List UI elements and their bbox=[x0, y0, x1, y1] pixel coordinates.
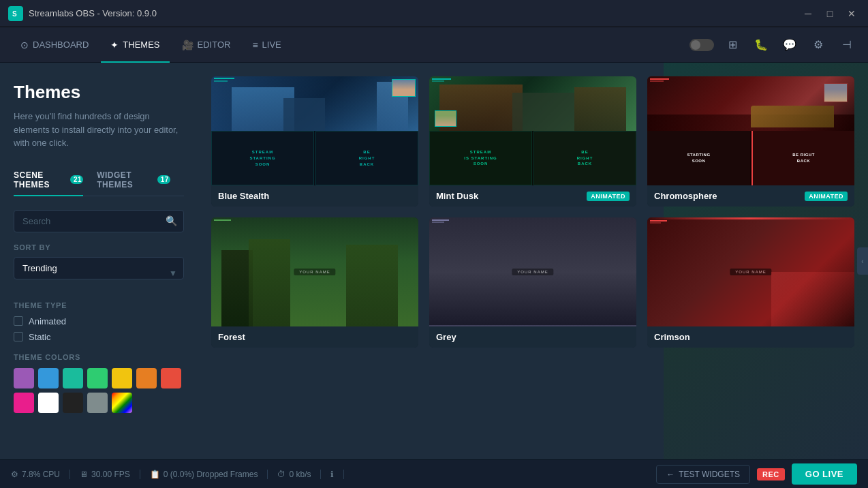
tab-widget-themes[interactable]: WIDGET THEMES 17 bbox=[97, 165, 170, 196]
info-icon: ℹ bbox=[330, 470, 334, 479]
nav-editor[interactable]: 🎥 EDITOR bbox=[172, 34, 241, 56]
cpu-icon: ⚙ bbox=[11, 470, 18, 479]
status-right-controls: ← TEST WIDGETS REC GO LIVE bbox=[656, 463, 857, 485]
grid-view-button[interactable]: ⊞ bbox=[722, 35, 743, 55]
sort-select-wrapper: Trending Newest Most Popular ▼ bbox=[14, 257, 184, 290]
app-icon: S bbox=[8, 6, 23, 21]
theme-tabs: SCENE THEMES 21 WIDGET THEMES 17 bbox=[14, 165, 184, 196]
sidebar-collapse-button[interactable]: ‹ bbox=[857, 247, 868, 275]
app-title: Streamlabs OBS - Version: 0.9.0 bbox=[29, 8, 800, 18]
static-checkbox-item[interactable]: Static bbox=[14, 332, 184, 342]
nav-themes[interactable]: ✦ THEMES bbox=[101, 34, 169, 56]
search-input[interactable] bbox=[14, 210, 184, 232]
mint-dusk-footer: Mint Dusk ANIMATED bbox=[429, 185, 636, 207]
kb-status: ⏱ 0 kb/s bbox=[268, 470, 321, 479]
animated-checkbox[interactable] bbox=[14, 316, 23, 326]
cpu-value: 7.8% CPU bbox=[22, 470, 60, 479]
grey-preview: YOUR NAME bbox=[429, 217, 636, 326]
dropped-value: 0 (0.0%) Dropped Frames bbox=[164, 470, 258, 479]
fps-icon: 🖥 bbox=[80, 470, 88, 479]
nav-live-label: LIVE bbox=[262, 40, 281, 50]
crimson-preview: YOUR NAME bbox=[647, 217, 854, 326]
titlebar: S Streamlabs OBS - Version: 0.9.0 ─ □ ✕ bbox=[0, 0, 868, 27]
color-orange[interactable] bbox=[136, 368, 157, 388]
dashboard-icon: ⊙ bbox=[20, 40, 29, 50]
main-area: Themes Here you'll find hundreds of desi… bbox=[0, 63, 868, 459]
maximize-button[interactable]: □ bbox=[822, 5, 838, 22]
search-icon: 🔍 bbox=[166, 215, 177, 226]
settings-button[interactable]: ⚙ bbox=[808, 35, 828, 55]
content-area: ‹ bbox=[198, 63, 868, 459]
arrow-left-icon: ← bbox=[666, 470, 675, 479]
mint-dusk-preview: STREAMIS STARTINGSOON BERIGHTBACK bbox=[429, 76, 636, 185]
mint-dusk-animated-badge: ANIMATED bbox=[587, 192, 630, 201]
minimize-button[interactable]: ─ bbox=[800, 5, 816, 22]
fps-status: 🖥 30.00 FPS bbox=[70, 470, 140, 479]
test-widgets-label: TEST WIDGETS bbox=[679, 470, 740, 479]
kb-value: 0 kb/s bbox=[289, 470, 311, 479]
scene-themes-badge: 21 bbox=[70, 175, 83, 184]
blue-stealth-name: Blue Stealth bbox=[218, 191, 269, 201]
nav-live[interactable]: ≡ LIVE bbox=[243, 34, 290, 56]
color-purple[interactable] bbox=[14, 368, 34, 388]
chromosphere-name: Chromosphere bbox=[654, 191, 717, 201]
nav-themes-label: THEMES bbox=[123, 40, 159, 50]
live-icon: ≡ bbox=[252, 40, 258, 50]
forest-name: Forest bbox=[218, 332, 245, 342]
theme-card-blue-stealth[interactable]: STREAMSTARTINGSOON BERIGHTBACK Blue Stea… bbox=[211, 76, 418, 207]
static-checkbox[interactable] bbox=[14, 332, 23, 341]
color-grey[interactable] bbox=[87, 393, 108, 413]
widget-themes-label: WIDGET THEMES bbox=[97, 170, 153, 189]
rec-badge: REC bbox=[757, 468, 785, 481]
color-yellow[interactable] bbox=[112, 368, 132, 388]
mint-dusk-name: Mint Dusk bbox=[436, 191, 478, 201]
nav-dashboard[interactable]: ⊙ DASHBOARD bbox=[11, 34, 98, 56]
color-red[interactable] bbox=[161, 368, 181, 388]
go-live-button[interactable]: GO LIVE bbox=[792, 463, 857, 485]
theme-card-grey[interactable]: YOUR NAME Grey bbox=[429, 217, 636, 348]
toggle-knob bbox=[691, 40, 700, 50]
color-white[interactable] bbox=[38, 393, 59, 413]
nav-editor-label: EDITOR bbox=[198, 40, 231, 50]
color-pink[interactable] bbox=[14, 393, 34, 413]
page-subtitle: Here you'll find hundreds of design elem… bbox=[14, 110, 184, 150]
sidebar: Themes Here you'll find hundreds of desi… bbox=[0, 63, 198, 459]
clock-icon: ⏱ bbox=[277, 470, 285, 479]
color-black[interactable] bbox=[63, 393, 83, 413]
animated-label: Animated bbox=[29, 316, 66, 326]
color-blue[interactable] bbox=[38, 368, 59, 388]
animated-checkbox-item[interactable]: Animated bbox=[14, 316, 184, 326]
color-cyan[interactable] bbox=[63, 368, 83, 388]
blue-stealth-footer: Blue Stealth bbox=[211, 185, 418, 207]
tab-scene-themes[interactable]: SCENE THEMES 21 bbox=[14, 165, 83, 196]
close-button[interactable]: ✕ bbox=[843, 5, 860, 22]
colors-section: THEME COLORS bbox=[14, 353, 184, 413]
color-green[interactable] bbox=[87, 368, 108, 388]
theme-toggle[interactable] bbox=[689, 39, 714, 51]
info-status[interactable]: ℹ bbox=[321, 470, 344, 479]
widget-themes-badge: 17 bbox=[157, 175, 170, 184]
chromosphere-preview: STARTINGSOON BE RIGHTBACK bbox=[647, 76, 854, 185]
crimson-footer: Crimson bbox=[647, 326, 854, 348]
sort-select[interactable]: Trending Newest Most Popular bbox=[14, 257, 184, 279]
theme-card-chromosphere[interactable]: STARTINGSOON BE RIGHTBACK Chromosphere A… bbox=[647, 76, 854, 207]
bug-report-button[interactable]: 🐛 bbox=[751, 35, 771, 55]
static-label: Static bbox=[29, 332, 51, 342]
theme-type-label: THEME TYPE bbox=[14, 301, 184, 309]
theme-card-crimson[interactable]: YOUR NAME Crimson bbox=[647, 217, 854, 348]
theme-card-forest[interactable]: YOUR NAME Forest bbox=[211, 217, 418, 348]
discord-button[interactable]: 💬 bbox=[779, 35, 800, 55]
statusbar: ⚙ 7.8% CPU 🖥 30.00 FPS 📋 0 (0.0%) Droppe… bbox=[0, 459, 868, 488]
svg-text:S: S bbox=[12, 10, 17, 18]
navbar: ⊙ DASHBOARD ✦ THEMES 🎥 EDITOR ≡ LIVE ⊞ 🐛… bbox=[0, 27, 868, 63]
test-widgets-button[interactable]: ← TEST WIDGETS bbox=[656, 465, 750, 484]
search-box: 🔍 bbox=[14, 210, 184, 232]
forest-footer: Forest bbox=[211, 326, 418, 348]
theme-colors-label: THEME COLORS bbox=[14, 353, 184, 361]
scene-themes-label: SCENE THEMES bbox=[14, 170, 66, 189]
sidebar-toggle-button[interactable]: ⊣ bbox=[837, 35, 857, 55]
forest-preview: YOUR NAME bbox=[211, 217, 418, 326]
theme-card-mint-dusk[interactable]: STREAMIS STARTINGSOON BERIGHTBACK Mint D… bbox=[429, 76, 636, 207]
color-rainbow[interactable] bbox=[112, 393, 132, 413]
page-title: Themes bbox=[14, 82, 184, 103]
